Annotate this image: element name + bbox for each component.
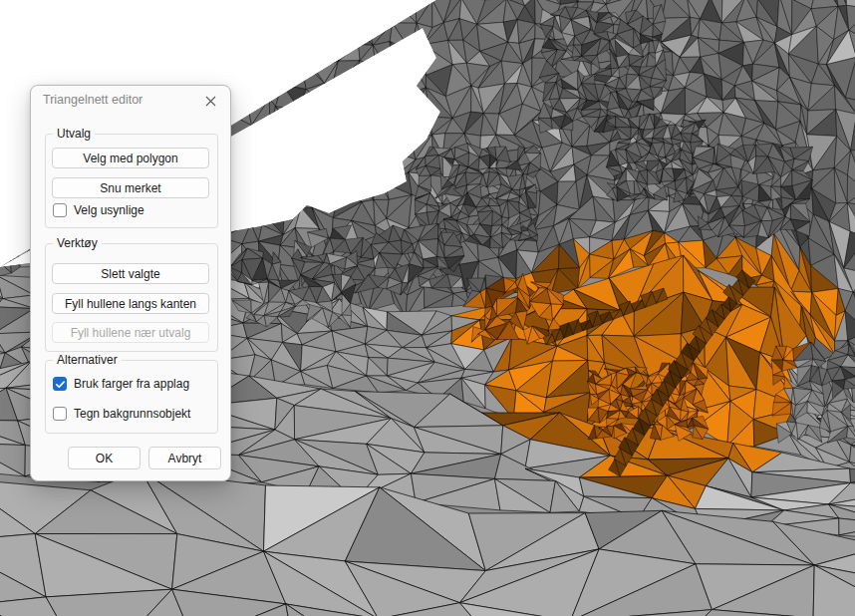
bruk-farger-label: Bruk farger fra applag [74, 377, 189, 391]
dialog-title: Triangelnett editor [43, 93, 142, 107]
tegn-bakgrunnsobjekt-label: Tegn bakgrunnsobjekt [74, 407, 190, 421]
group-alternativer: Alternativer Bruk farger fra applag Tegn… [45, 360, 218, 434]
group-verktoy: Verktøy Slett valgte Fyll hullene langs … [45, 243, 218, 352]
close-icon [205, 96, 216, 107]
slett-valgte-button[interactable]: Slett valgte [52, 263, 209, 284]
triangle-net-editor-dialog: Triangelnett editor Utvalg Velg med poly… [30, 85, 231, 481]
checkmark-icon [55, 379, 66, 390]
bruk-farger-checkbox-row[interactable]: Bruk farger fra applag [53, 377, 189, 391]
group-utvalg: Utvalg Velg med polygon Snu merket Velg … [45, 134, 218, 228]
avbryt-button[interactable]: Avbryt [148, 447, 221, 469]
ok-button[interactable]: OK [68, 447, 141, 469]
fyll-hullene-langs-kanten-button[interactable]: Fyll hullene langs kanten [52, 293, 209, 314]
tegn-bakgrunnsobjekt-checkbox[interactable] [53, 407, 67, 421]
fyll-hullene-naer-utvalg-button[interactable]: Fyll hullene nær utvalg [52, 322, 209, 343]
group-utvalg-label: Utvalg [53, 127, 95, 141]
group-alternativer-label: Alternativer [53, 353, 122, 367]
tegn-bakgrunnsobjekt-checkbox-row[interactable]: Tegn bakgrunnsobjekt [53, 407, 190, 421]
velg-usynlige-checkbox[interactable] [53, 203, 67, 217]
velg-usynlige-label: Velg usynlige [74, 203, 144, 217]
snu-merket-button[interactable]: Snu merket [52, 177, 209, 198]
velg-med-polygon-button[interactable]: Velg med polygon [52, 148, 209, 168]
bruk-farger-checkbox[interactable] [53, 377, 67, 391]
close-button[interactable] [195, 90, 225, 112]
group-verktoy-label: Verktøy [53, 236, 102, 250]
velg-usynlige-checkbox-row[interactable]: Velg usynlige [53, 203, 144, 217]
